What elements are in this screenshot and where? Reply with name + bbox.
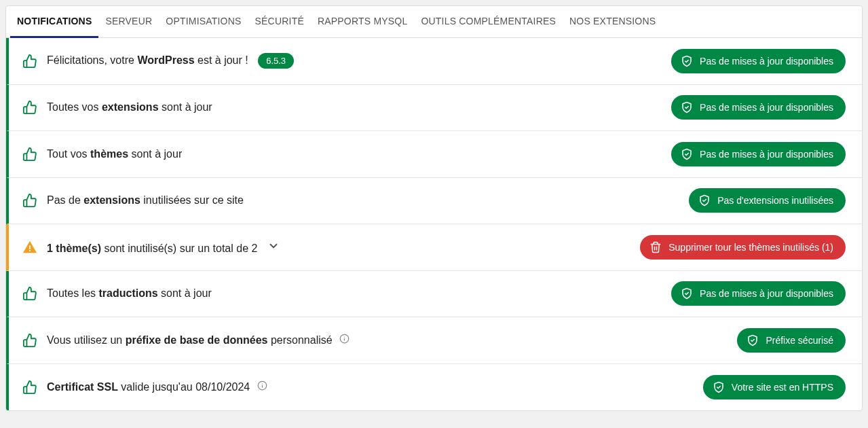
- tab-outils[interactable]: OUTILS COMPLÉMENTAIRES: [414, 6, 563, 37]
- shield-check-icon: [713, 381, 725, 393]
- notification-text: Certificat SSL valide jusqu'au 08/10/202…: [47, 380, 267, 393]
- status-pill: Pas de mises à jour disponibles: [671, 281, 846, 306]
- shield-check-icon: [681, 101, 693, 113]
- thumbs-up-icon: [22, 147, 37, 162]
- thumbs-up-icon: [22, 286, 37, 301]
- status-pill: Pas de mises à jour disponibles: [671, 142, 846, 166]
- tab-bar: NOTIFICATIONS SERVEUR OPTIMISATIONS SÉCU…: [6, 6, 862, 38]
- info-icon[interactable]: [339, 334, 350, 344]
- notification-list: Félicitations, votre WordPress est à jou…: [6, 38, 862, 410]
- notification-text: Félicitations, votre WordPress est à jou…: [47, 53, 294, 69]
- thumbs-up-icon: [22, 54, 37, 69]
- row-db-prefix: Vous utilisez un préfixe de base de donn…: [6, 317, 862, 364]
- thumbs-up-icon: [22, 193, 37, 208]
- status-pill: Pas de mises à jour disponibles: [671, 49, 846, 73]
- tab-serveur[interactable]: SERVEUR: [98, 6, 159, 37]
- thumbs-up-icon: [22, 333, 37, 348]
- tab-rapports-mysql[interactable]: RAPPORTS MYSQL: [311, 6, 414, 37]
- row-extensions-unused: Pas de extensions inutilisées sur ce sit…: [6, 178, 862, 225]
- pill-label: Pas de mises à jour disponibles: [700, 102, 833, 113]
- pill-label: Pas de mises à jour disponibles: [700, 149, 833, 160]
- pill-label: Votre site est en HTTPS: [732, 382, 833, 393]
- status-pill: Pas d'extensions inutilisées: [689, 188, 846, 213]
- tab-notifications[interactable]: NOTIFICATIONS: [10, 6, 98, 38]
- row-translations-uptodate: Toutes les traductions sont à jour Pas d…: [6, 271, 862, 318]
- status-pill: Votre site est en HTTPS: [703, 375, 846, 399]
- tab-optimisations[interactable]: OPTIMISATIONS: [159, 6, 248, 37]
- notification-text: Vous utilisez un préfixe de base de donn…: [47, 334, 350, 346]
- status-pill: Pas de mises à jour disponibles: [671, 95, 846, 120]
- thumbs-up-icon: [22, 380, 37, 395]
- info-icon[interactable]: [257, 380, 267, 391]
- shield-check-icon: [681, 287, 693, 300]
- row-extensions-uptodate: Toutes vos extensions sont à jour Pas de…: [6, 85, 862, 132]
- delete-unused-themes-button[interactable]: Supprimer tour les thèmes inutilisés (1): [640, 235, 846, 260]
- row-themes-uptodate: Tout vos thèmes sont à jour Pas de mises…: [6, 131, 862, 178]
- row-themes-unused: 1 thème(s) sont inutilisé(s) sur un tota…: [6, 224, 862, 271]
- pill-label: Préfixe sécurisé: [766, 335, 833, 346]
- shield-check-icon: [681, 148, 693, 160]
- trash-icon: [649, 241, 662, 253]
- notification-text: Toutes les traductions sont à jour: [47, 287, 212, 300]
- notifications-panel: NOTIFICATIONS SERVEUR OPTIMISATIONS SÉCU…: [5, 5, 863, 411]
- chevron-down-icon[interactable]: [267, 240, 280, 252]
- pill-label: Supprimer tour les thèmes inutilisés (1): [668, 242, 833, 253]
- svg-rect-0: [29, 245, 31, 249]
- pill-label: Pas d'extensions inutilisées: [717, 195, 833, 206]
- shield-check-icon: [698, 194, 711, 207]
- notification-text: Tout vos thèmes sont à jour: [47, 148, 182, 160]
- tab-securite[interactable]: SÉCURITÉ: [248, 6, 311, 37]
- thumbs-up-icon: [22, 100, 37, 115]
- notification-text: Pas de extensions inutilisées sur ce sit…: [47, 194, 244, 207]
- row-wordpress-uptodate: Félicitations, votre WordPress est à jou…: [6, 38, 862, 85]
- tab-extensions[interactable]: NOS EXTENSIONS: [563, 6, 662, 37]
- warning-icon: [22, 240, 37, 255]
- version-badge: 6.5.3: [258, 53, 294, 69]
- pill-label: Pas de mises à jour disponibles: [700, 288, 833, 299]
- shield-check-icon: [681, 55, 693, 67]
- notification-text: Toutes vos extensions sont à jour: [47, 101, 212, 113]
- notification-text[interactable]: 1 thème(s) sont inutilisé(s) sur un tota…: [47, 240, 280, 255]
- shield-check-icon: [747, 334, 759, 346]
- svg-rect-1: [29, 250, 31, 251]
- row-ssl: Certificat SSL valide jusqu'au 08/10/202…: [6, 364, 862, 411]
- status-pill: Préfixe sécurisé: [737, 328, 846, 353]
- pill-label: Pas de mises à jour disponibles: [700, 56, 833, 67]
